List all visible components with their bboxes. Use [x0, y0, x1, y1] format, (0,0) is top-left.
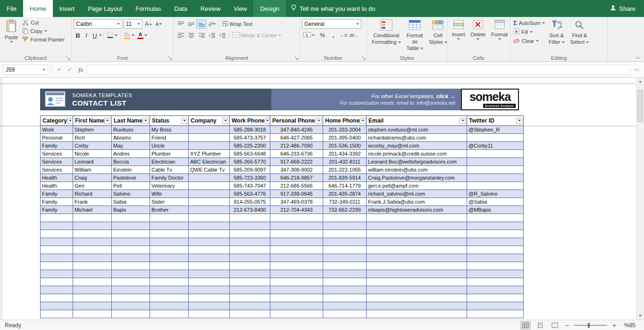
cell[interactable]: [323, 262, 367, 270]
cut-button[interactable]: Cut: [21, 18, 66, 27]
cell[interactable]: [230, 238, 270, 246]
bold-button[interactable]: B: [74, 31, 82, 40]
cell[interactable]: [467, 262, 524, 270]
decrease-decimal-button[interactable]: .00→: [349, 33, 358, 38]
cell[interactable]: Uncle: [150, 142, 189, 150]
filter-dropdown-button[interactable]: [316, 118, 322, 124]
cell[interactable]: [73, 278, 112, 286]
comma-style-button[interactable]: ,: [329, 31, 338, 40]
cell[interactable]: [73, 270, 112, 278]
cell[interactable]: 201-432-8111: [323, 158, 367, 166]
cell[interactable]: [150, 294, 189, 302]
align-bottom-button[interactable]: [196, 19, 207, 29]
decrease-indent-button[interactable]: [207, 31, 217, 40]
cell[interactable]: 646-427-2065: [270, 134, 323, 142]
filter-dropdown-button[interactable]: [222, 118, 228, 124]
tab-home[interactable]: Home: [23, 0, 53, 17]
cell[interactable]: @R_Salvino: [467, 190, 524, 198]
cell[interactable]: [112, 270, 150, 278]
cell[interactable]: [112, 262, 150, 270]
cell[interactable]: Einstein: [112, 166, 150, 174]
tab-file[interactable]: File: [0, 0, 23, 17]
cell[interactable]: [150, 302, 189, 310]
cell[interactable]: 646-233-6736: [270, 150, 323, 158]
zoom-level[interactable]: %85: [621, 322, 636, 329]
cell[interactable]: [40, 278, 73, 286]
tab-design[interactable]: Design: [253, 0, 285, 17]
font-size-combo[interactable]: 11: [124, 19, 142, 29]
cell[interactable]: Leonard: [73, 158, 112, 166]
fill-button[interactable]: Fill: [512, 27, 546, 36]
percent-style-button[interactable]: %: [318, 31, 327, 40]
cell[interactable]: [40, 262, 73, 270]
clipboard-dialog-launcher[interactable]: [66, 56, 70, 60]
cell[interactable]: [40, 246, 73, 254]
cell[interactable]: [467, 174, 524, 182]
merge-center-button[interactable]: Merge & Center: [231, 31, 283, 40]
cell[interactable]: [112, 286, 150, 294]
cell[interactable]: Family: [40, 190, 73, 198]
cell[interactable]: Sister: [150, 198, 189, 206]
cell[interactable]: [230, 294, 270, 302]
cell[interactable]: Family: [40, 142, 73, 150]
vertical-scrollbar[interactable]: [636, 78, 644, 320]
cell[interactable]: [73, 214, 112, 222]
insert-function-icon[interactable]: fx: [76, 66, 85, 74]
cell[interactable]: [73, 222, 112, 230]
cell[interactable]: @Stephen_R: [467, 126, 524, 134]
cell[interactable]: 585-266-5770: [230, 158, 270, 166]
cell[interactable]: [323, 222, 367, 230]
cell[interactable]: [150, 278, 189, 286]
formula-input[interactable]: [87, 65, 630, 75]
cell[interactable]: 917-668-2222: [270, 158, 323, 166]
cell[interactable]: Family: [40, 198, 73, 206]
accounting-format-button[interactable]: $: [302, 31, 316, 40]
increase-indent-button[interactable]: [217, 31, 227, 40]
cell[interactable]: [367, 238, 467, 246]
cell[interactable]: [467, 158, 524, 166]
zoom-slider-thumb[interactable]: [588, 323, 590, 328]
cell[interactable]: [367, 254, 467, 262]
cell[interactable]: 201-536-1500: [323, 142, 367, 150]
cell[interactable]: Pastolove: [112, 174, 150, 182]
cell[interactable]: [367, 278, 467, 286]
cell[interactable]: [323, 270, 367, 278]
cell[interactable]: Electrician: [150, 158, 189, 166]
cell[interactable]: [230, 302, 270, 310]
tab-page-layout[interactable]: Page Layout: [81, 0, 129, 17]
cell[interactable]: [112, 222, 150, 230]
zoom-in-button[interactable]: +: [611, 322, 617, 329]
copy-button[interactable]: Copy: [21, 27, 66, 35]
cell[interactable]: [189, 238, 230, 246]
cell[interactable]: [189, 190, 230, 198]
cell[interactable]: [323, 230, 367, 238]
cell[interactable]: [230, 230, 270, 238]
cell[interactable]: Nicole: [73, 150, 112, 158]
align-top-button[interactable]: [176, 19, 186, 29]
banner-promo-line1[interactable]: For other Excel templates, click →: [371, 93, 455, 99]
cell[interactable]: [112, 302, 150, 310]
cell[interactable]: 347-308-9002: [270, 166, 323, 174]
banner-promo-click-link[interactable]: click →: [436, 93, 455, 99]
format-painter-button[interactable]: Format Painter: [21, 35, 66, 44]
cell[interactable]: richard_salvino@ml.com: [367, 190, 467, 198]
cell[interactable]: 732-662-2299: [323, 206, 367, 214]
paste-button[interactable]: Paste: [2, 18, 21, 43]
cell[interactable]: [270, 302, 323, 310]
cell[interactable]: Craig.Pastolove@morganstanley.com: [367, 174, 467, 182]
cell[interactable]: Family Doctor: [150, 174, 189, 182]
cell[interactable]: Veterinary: [150, 182, 189, 190]
cell[interactable]: [230, 222, 270, 230]
cell[interactable]: [150, 310, 189, 318]
cell[interactable]: [230, 278, 270, 286]
cell[interactable]: [323, 302, 367, 310]
cell[interactable]: [270, 294, 323, 302]
cell[interactable]: 201-395-0400: [323, 134, 367, 142]
cell[interactable]: ABC Electrician: [189, 158, 230, 166]
normal-view-button[interactable]: [520, 321, 531, 330]
cell[interactable]: [189, 286, 230, 294]
cell[interactable]: [73, 246, 112, 254]
name-box[interactable]: J59: [3, 65, 48, 75]
cell[interactable]: [189, 294, 230, 302]
vertical-scrollbar-thumb[interactable]: [637, 90, 643, 122]
